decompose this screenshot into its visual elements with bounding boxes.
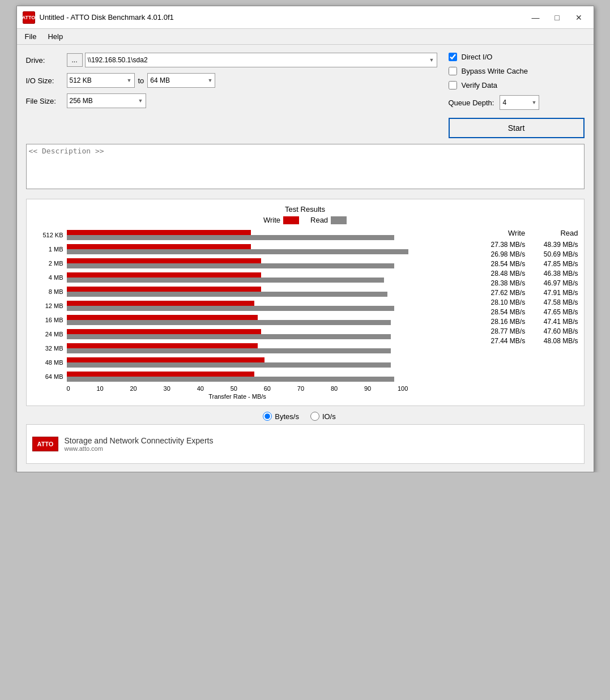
verify-data-label[interactable]: Verify Data	[462, 81, 498, 89]
bypass-cache-row: Bypass Write Cache	[449, 67, 585, 75]
io-size-label: I/O Size:	[26, 76, 67, 85]
read-bar	[67, 249, 408, 254]
maximize-button[interactable]: □	[548, 11, 566, 24]
form-section: Drive: ... \\192.168.50.1\sda2 I/O Size:…	[26, 53, 585, 138]
bytes-label[interactable]: Bytes/s	[275, 412, 299, 421]
io-size-to-wrapper: 64 MB	[147, 73, 215, 88]
menu-file[interactable]: File	[19, 30, 42, 43]
bar-row: 16 MB	[32, 314, 408, 326]
chart-outer: 512 KB1 MB2 MB4 MB8 MB12 MB16 MB24 MB32 …	[32, 229, 578, 400]
io-size-from-select[interactable]: 512 KB	[67, 73, 135, 88]
write-bar	[67, 272, 262, 278]
drive-browse-button[interactable]: ...	[67, 53, 83, 67]
bars-wrapper	[67, 287, 408, 297]
read-value: 47.58 MB/s	[525, 298, 578, 306]
x-axis: 0102030405060708090100	[32, 385, 408, 392]
x-axis-tick: 70	[297, 385, 304, 392]
minimize-button[interactable]: —	[527, 11, 545, 24]
read-value: 47.60 MB/s	[525, 327, 578, 335]
close-button[interactable]: ✕	[570, 11, 588, 24]
io-size-to-select[interactable]: 64 MB	[147, 73, 215, 88]
write-bar	[67, 343, 258, 348]
io-size-row: I/O Size: 512 KB to 64 MB	[26, 73, 437, 88]
read-value: 46.38 MB/s	[525, 270, 578, 278]
queue-depth-select[interactable]: 4	[500, 95, 539, 110]
radio-section: Bytes/s IO/s	[26, 412, 585, 421]
data-row: 27.62 MB/s47.91 MB/s	[420, 289, 578, 297]
data-table: Write Read 27.38 MB/s48.39 MB/s26.98 MB/…	[420, 229, 578, 400]
form-right: Direct I/O Bypass Write Cache Verify Dat…	[449, 53, 585, 138]
read-value: 47.91 MB/s	[525, 289, 578, 297]
write-value: 28.16 MB/s	[472, 318, 525, 326]
file-size-wrapper: 256 MB	[67, 93, 146, 108]
verify-data-row: Verify Data	[449, 81, 585, 89]
bars-wrapper	[67, 357, 408, 368]
io-radio[interactable]	[310, 412, 319, 421]
bar-label: 12 MB	[32, 302, 63, 309]
bypass-cache-checkbox[interactable]	[449, 67, 457, 75]
atto-logo: ATTO	[32, 437, 59, 451]
io-label[interactable]: IO/s	[322, 412, 336, 421]
bar-row: 4 MB	[32, 271, 408, 284]
x-axis-tick: 20	[130, 385, 137, 392]
data-table-header: Write Read	[420, 229, 578, 238]
bar-row: 32 MB	[32, 342, 408, 355]
x-axis-tick: 90	[364, 385, 371, 392]
bytes-radio-item: Bytes/s	[263, 412, 299, 421]
read-value: 47.41 MB/s	[525, 318, 578, 326]
menu-help[interactable]: Help	[42, 30, 69, 43]
write-value: 28.38 MB/s	[472, 279, 525, 287]
data-row: 27.38 MB/s48.39 MB/s	[420, 241, 578, 249]
drive-row: Drive: ... \\192.168.50.1\sda2	[26, 53, 437, 67]
bypass-cache-label[interactable]: Bypass Write Cache	[462, 67, 528, 75]
to-label: to	[138, 76, 144, 85]
write-value: 28.48 MB/s	[472, 270, 525, 278]
description-textarea[interactable]	[26, 144, 585, 189]
file-size-select[interactable]: 256 MB	[67, 93, 146, 108]
banner-tagline: Storage and Network Connectivity Experts	[64, 436, 213, 445]
bar-row: 512 KB	[32, 229, 408, 241]
bar-chart: 512 KB1 MB2 MB4 MB8 MB12 MB16 MB24 MB32 …	[32, 229, 408, 383]
write-bar	[67, 230, 251, 235]
bars-wrapper	[67, 244, 408, 254]
write-legend-label: Write	[263, 216, 280, 224]
data-row: 26.98 MB/s50.69 MB/s	[420, 250, 578, 258]
bars-wrapper	[67, 230, 408, 240]
read-value: 50.69 MB/s	[525, 250, 578, 258]
read-value: 48.08 MB/s	[525, 337, 578, 345]
drive-select[interactable]: \\192.168.50.1\sda2	[85, 53, 437, 67]
bytes-radio[interactable]	[263, 412, 272, 421]
read-bar	[67, 306, 395, 311]
read-bar	[67, 320, 391, 325]
write-value: 28.77 MB/s	[472, 327, 525, 335]
main-content: Drive: ... \\192.168.50.1\sda2 I/O Size:…	[17, 45, 594, 472]
x-axis-tick: 50	[231, 385, 237, 392]
direct-io-label[interactable]: Direct I/O	[462, 53, 493, 61]
data-rows: 27.38 MB/s48.39 MB/s26.98 MB/s50.69 MB/s…	[420, 241, 578, 345]
title-bar: ATTO Untitled - ATTO Disk Benchmark 4.01…	[17, 6, 594, 29]
app-icon: ATTO	[23, 11, 35, 24]
read-legend-label: Read	[310, 216, 328, 224]
write-bar	[67, 244, 251, 249]
read-value: 47.65 MB/s	[525, 308, 578, 316]
x-axis-tick: 80	[331, 385, 338, 392]
bar-chart-area: 512 KB1 MB2 MB4 MB8 MB12 MB16 MB24 MB32 …	[32, 229, 408, 400]
write-bar	[67, 287, 262, 292]
bar-row: 2 MB	[32, 257, 408, 270]
data-row: 28.54 MB/s47.85 MB/s	[420, 260, 578, 268]
drive-label: Drive:	[26, 56, 67, 65]
bar-label: 24 MB	[32, 331, 63, 338]
write-value: 28.10 MB/s	[472, 298, 525, 306]
read-value: 47.85 MB/s	[525, 260, 578, 268]
verify-data-checkbox[interactable]	[449, 81, 457, 89]
start-button[interactable]: Start	[449, 118, 585, 138]
io-size-from-wrapper: 512 KB	[67, 73, 135, 88]
chart-section: Test Results Write Read 512 KB1 MB2 MB4 …	[26, 199, 585, 406]
direct-io-checkbox[interactable]	[449, 53, 457, 61]
atto-banner: ATTO Storage and Network Connectivity Ex…	[26, 424, 585, 464]
write-legend-color	[283, 216, 299, 224]
bar-label: 64 MB	[32, 373, 63, 380]
bars-wrapper	[67, 372, 408, 382]
write-col-header: Write	[472, 229, 525, 237]
read-bar	[67, 334, 391, 339]
